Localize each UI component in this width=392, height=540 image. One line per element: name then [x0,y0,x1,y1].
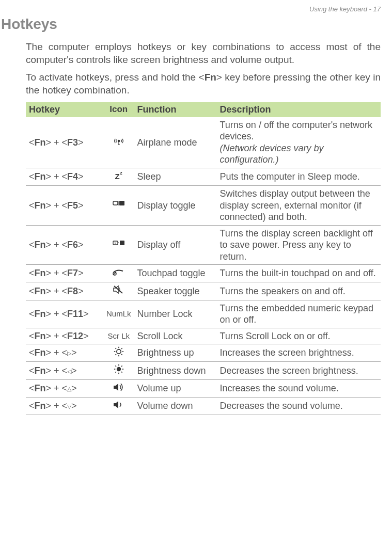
hotkey-cell: <Fn> + <F4> [26,168,103,185]
function-cell: Speaker toggle [134,282,217,300]
table-row: <Fn> + <F6>Display offTurns the display … [26,225,381,265]
hotkey-cell: <Fn> + <◁> [26,362,103,379]
speaker-mute-icon [113,284,125,295]
sleep-icon-cell [103,168,134,185]
speaker-mute-icon-cell [103,282,134,300]
hotkey-cell: <Fn> + <F3> [26,117,103,168]
hotkey-cell: <Fn> + <F8> [26,282,103,300]
description-cell: Turns on / off the computer's network de… [217,117,381,168]
function-cell: Airplane mode [134,117,217,168]
table-row: <Fn> + <F7>Touchpad toggleTurns the buil… [26,265,381,282]
display-off-icon [113,239,125,249]
section-title: Hotkeys [1,16,381,33]
touchpad-icon-cell [103,265,134,282]
hotkey-cell: <Fn> + <F5> [26,186,103,226]
volume-up-icon-cell [103,379,134,397]
table-row: <Fn> + <F3>Airplane modeTurns on / off t… [26,117,381,168]
description-cell: Turns the display screen backlight off t… [217,225,381,265]
text-icon-cell: NumLk [103,300,134,328]
volume-down-icon [113,400,125,410]
volume-down-icon-cell [103,397,134,415]
function-cell: Volume down [134,397,217,415]
function-cell: Volume up [134,379,217,397]
table-row: <Fn> + <F5>Display toggleSwitches displa… [26,186,381,226]
brightness-up-icon-cell [103,344,134,362]
function-cell: Scroll Lock [134,328,217,344]
hotkey-cell: <Fn> + <△> [26,379,103,397]
table-row: <Fn> + <F4>SleepPuts the computer in Sle… [26,168,381,185]
intro-paragraph-2: To activate hotkeys, press and hold the … [26,71,381,97]
description-cell: Turns the built-in touchpad on and off. [217,265,381,282]
icon-text: NumLk [106,309,131,319]
table-row: <Fn> + <F12>Scr LkScroll LockTurns Scrol… [26,328,381,344]
hotkey-cell: <Fn> + <F7> [26,265,103,282]
col-icon: Icon [103,102,134,117]
col-function: Function [134,102,217,117]
function-cell: Number Lock [134,300,217,328]
brightness-down-icon-cell [103,362,134,379]
description-cell: Puts the computer in Sleep mode. [217,168,381,185]
table-row: <Fn> + <◁>Brightness downDecreases the s… [26,362,381,379]
function-cell: Brightness up [134,344,217,362]
brightness-down-icon [113,364,125,374]
display-off-icon-cell [103,225,134,265]
description-cell: Switches display output between the disp… [217,186,381,226]
description-cell: Turns the speakers on and off. [217,282,381,300]
description-cell: Increases the sound volume. [217,379,381,397]
table-row: <Fn> + <F8>Speaker toggleTurns the speak… [26,282,381,300]
table-header-row: Hotkey Icon Function Description [26,102,381,117]
display-toggle-icon-cell [103,186,134,226]
description-cell: Turns the embedded numeric keypad on or … [217,300,381,328]
function-cell: Sleep [134,168,217,185]
description-cell: Turns Scroll Lock on or off. [217,328,381,344]
function-cell: Display off [134,225,217,265]
intro-paragraph-1: The computer employs hotkeys or key comb… [26,41,381,66]
display-toggle-icon [113,199,125,209]
function-cell: Brightness down [134,362,217,379]
table-row: <Fn> + <▷>Brightness upIncreases the scr… [26,344,381,362]
hotkey-cell: <Fn> + <▷> [26,344,103,362]
col-description: Description [217,102,381,117]
touchpad-icon [113,267,125,277]
sleep-icon [113,170,125,181]
description-cell: Decreases the sound volume. [217,397,381,415]
airplane-icon-cell [103,117,134,168]
airplane-icon [113,136,125,146]
function-cell: Display toggle [134,186,217,226]
function-cell: Touchpad toggle [134,265,217,282]
hotkey-cell: <Fn> + <F6> [26,225,103,265]
text-icon-cell: Scr Lk [103,328,134,344]
volume-up-icon [113,382,125,392]
hotkeys-table: Hotkey Icon Function Description <Fn> + … [26,102,381,415]
col-hotkey: Hotkey [26,102,103,117]
table-row: <Fn> + <△>Volume upIncreases the sound v… [26,379,381,397]
hotkey-cell: <Fn> + <▽> [26,397,103,415]
brightness-up-icon [113,346,125,357]
description-cell: Decreases the screen brightness. [217,362,381,379]
icon-text: Scr Lk [108,331,130,341]
hotkey-cell: <Fn> + <F11> [26,300,103,328]
table-row: <Fn> + <▽>Volume downDecreases the sound… [26,397,381,415]
hotkey-cell: <Fn> + <F12> [26,328,103,344]
description-cell: Increases the screen brightness. [217,344,381,362]
page-header: Using the keyboard - 17 [11,5,381,13]
table-row: <Fn> + <F11>NumLkNumber LockTurns the em… [26,300,381,328]
